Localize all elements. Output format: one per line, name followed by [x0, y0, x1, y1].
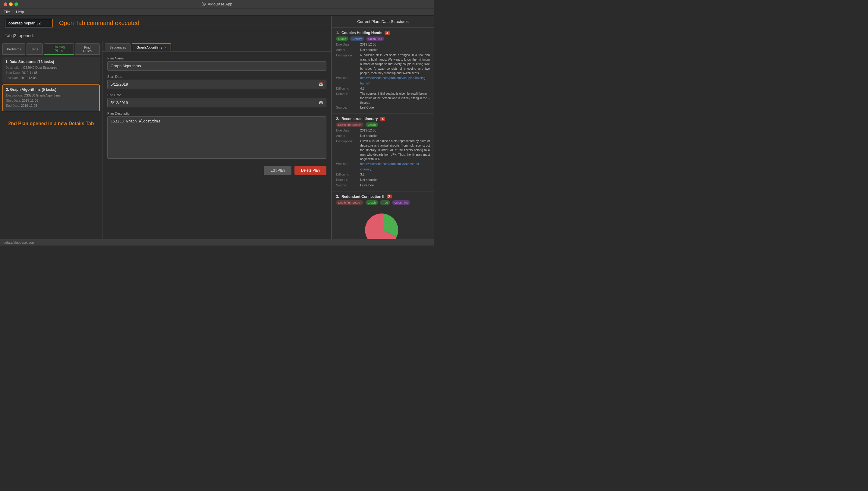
- problem-1-source: Source: LeetCode: [336, 105, 430, 110]
- end-calendar-icon[interactable]: 📅: [316, 99, 326, 107]
- problem-3-tags: Depth-first-Search Graph Tree Union-Find: [336, 200, 430, 206]
- end-date-label: End Date: [107, 93, 327, 97]
- tag-union-find-1[interactable]: Union-Find: [366, 36, 384, 41]
- close-button[interactable]: [4, 2, 7, 6]
- status-path: ./data/algobase.json: [4, 241, 34, 244]
- status-bar: ./data/algobase.json: [0, 239, 434, 246]
- tab-problems[interactable]: Problems: [2, 44, 25, 55]
- detail-tab-sequences[interactable]: Sequences: [105, 44, 130, 51]
- tab-graph-algorithms-label: Graph Algorithms: [136, 46, 162, 49]
- tag-graph-1[interactable]: Graph: [336, 36, 348, 41]
- problem-2-remove[interactable]: X: [380, 117, 385, 121]
- problem-card-2: 2. Reconstruct Itinerary X Depth-first-S…: [332, 114, 434, 192]
- detail-tabs-row: Sequences Graph Algorithms ✕: [102, 41, 331, 52]
- problem-2-source: Source: LeetCode: [336, 183, 430, 188]
- plan-description-textarea[interactable]: CS3230 Graph Algorithms: [107, 116, 327, 158]
- problem-1-difficulty: Difficulty: 4.2: [336, 86, 430, 91]
- problem-2-desc: Description: Given a list of airline tic…: [336, 139, 430, 161]
- problem-1-remark: Remark: The couples' initial seating is …: [336, 91, 430, 105]
- problem-1-author: Author: Not specified: [336, 47, 430, 53]
- plan-name-input[interactable]: [107, 61, 327, 70]
- problem-1-name: Couples Holding Hands: [341, 31, 382, 35]
- plan-item-2[interactable]: 2. Graph Algorithms (5 tasks) Descriptio…: [2, 84, 100, 111]
- tag-graph-3[interactable]: Graph: [366, 200, 378, 205]
- tab-find-rules[interactable]: Find Rules: [75, 44, 100, 55]
- problem-1-desc: Description: N couples sit in 2N seats a…: [336, 53, 430, 76]
- plan-item-1[interactable]: 1. Data Structures (13 tasks) Descriptio…: [2, 57, 100, 83]
- tab-tags[interactable]: Tags: [27, 44, 42, 55]
- sidebar-header: Current Plan: Data Structures: [332, 16, 434, 28]
- detail-tab-graph-algorithms[interactable]: Graph Algorithms ✕: [132, 44, 171, 51]
- tag-tree-3[interactable]: Tree: [380, 200, 390, 205]
- tab-close-icon[interactable]: ✕: [164, 46, 166, 49]
- plan-list: 1. Data Structures (13 tasks) Descriptio…: [0, 55, 102, 116]
- plan-1-meta: Description: CS2040 Data Structures Star…: [5, 65, 97, 80]
- command-bar: opentab m/plan i/2 Open Tab command exec…: [0, 16, 331, 30]
- plan-name-label: Plan Name: [107, 56, 327, 60]
- start-date-group: Start Date 📅: [107, 75, 327, 89]
- annotation-text: 2nd Plan opened in a new Details Tab: [0, 116, 102, 132]
- problem-1-num: 1.: [336, 31, 339, 35]
- pie-chart: [365, 212, 401, 239]
- app-body: opentab m/plan i/2 Open Tab command exec…: [0, 16, 434, 239]
- start-date-input[interactable]: [107, 80, 316, 89]
- menu-file[interactable]: File: [4, 10, 10, 14]
- tag-dfs-2[interactable]: Depth-first-Search: [336, 122, 364, 127]
- problem-card-3: 3. Redundant Connection II X Depth-first…: [332, 192, 434, 209]
- tag-union-find-3[interactable]: Union-Find: [392, 200, 410, 205]
- tag-dfs-3[interactable]: Depth-first-Search: [336, 200, 364, 205]
- plan-1-title: 1. Data Structures (13 tasks): [5, 60, 97, 64]
- tag-greedy-1[interactable]: Greedy: [350, 36, 364, 41]
- problem-2-weblink: Weblink: https://leetcode.com/problems/r…: [336, 161, 430, 172]
- problem-card-1: 1. Couples Holding Hands X Graph Greedy …: [332, 28, 434, 114]
- delete-plan-button[interactable]: Delete Plan: [294, 166, 327, 175]
- detail-form: Plan Name Start Date 📅 End Date: [102, 52, 331, 239]
- command-result: Open Tab command executed: [59, 20, 139, 27]
- end-date-group: End Date 📅: [107, 93, 327, 107]
- problem-1-remove[interactable]: X: [384, 31, 390, 35]
- problem-2-name: Reconstruct Itinerary: [341, 117, 378, 121]
- start-date-label: Start Date: [107, 75, 327, 79]
- panel-area: Problems Tags Training Plans Find Rules …: [0, 41, 331, 239]
- titlebar: Ⓐ AlgoBase App: [0, 0, 434, 8]
- problem-1-weblink: Weblink: https://leetcode.com/problems/c…: [336, 76, 430, 86]
- problem-1-due: Due Date: 2019-12-06: [336, 42, 430, 47]
- problem-2-difficulty: Difficulty: 3.2: [336, 172, 430, 177]
- app-logo: Ⓐ: [202, 1, 206, 7]
- main-content: opentab m/plan i/2 Open Tab command exec…: [0, 16, 332, 239]
- plan-description-group: Plan Description CS3230 Graph Algorithms: [107, 112, 327, 159]
- plan-2-meta: Description: CS3230 Graph Algorithms Sta…: [6, 93, 96, 108]
- plan-list-panel: Problems Tags Training Plans Find Rules …: [0, 41, 102, 239]
- plan-2-title: 2. Graph Algorithms (5 tasks): [6, 87, 96, 92]
- problem-3-title-row: 3. Redundant Connection II X: [336, 195, 430, 199]
- tag-graph-2[interactable]: Graph: [366, 122, 378, 127]
- maximize-button[interactable]: [14, 2, 18, 6]
- pie-chart-section: Done Undone: [332, 209, 434, 239]
- titlebar-buttons: [4, 2, 18, 6]
- problem-2-tags: Depth-first-Search Graph: [336, 122, 430, 128]
- right-sidebar: Current Plan: Data Structures 1. Couples…: [332, 16, 434, 239]
- left-tabs-row: Problems Tags Training Plans Find Rules: [0, 41, 102, 55]
- tab-training-plans[interactable]: Training Plans: [44, 44, 74, 55]
- edit-plan-button[interactable]: Edit Plan: [264, 166, 291, 175]
- problem-1-tags: Graph Greedy Union-Find: [336, 36, 430, 42]
- menu-help[interactable]: Help: [16, 10, 24, 14]
- app-title: Ⓐ AlgoBase App: [202, 1, 232, 7]
- menubar: File Help: [0, 8, 434, 16]
- command-input[interactable]: opentab m/plan i/2: [5, 19, 53, 27]
- end-date-input[interactable]: [107, 98, 316, 107]
- plan-description-label: Plan Description: [107, 112, 327, 115]
- start-date-wrap: 📅: [107, 80, 327, 89]
- problem-2-remark: Remark: Not specified: [336, 177, 430, 183]
- problem-2-author: Author: Not specified: [336, 133, 430, 139]
- problem-3-remove[interactable]: X: [387, 195, 392, 198]
- problem-3-num: 3.: [336, 195, 339, 199]
- start-calendar-icon[interactable]: 📅: [316, 81, 326, 88]
- app-title-text: AlgoBase App: [208, 2, 232, 6]
- end-date-wrap: 📅: [107, 98, 327, 107]
- minimize-button[interactable]: [9, 2, 13, 6]
- problem-1-title-row: 1. Couples Holding Hands X: [336, 31, 430, 35]
- detail-panel: Sequences Graph Algorithms ✕ Plan Name S…: [102, 41, 331, 239]
- problem-2-due: Due Date: 2019-12-06: [336, 128, 430, 133]
- tab-sequences-label: Sequences: [110, 46, 126, 49]
